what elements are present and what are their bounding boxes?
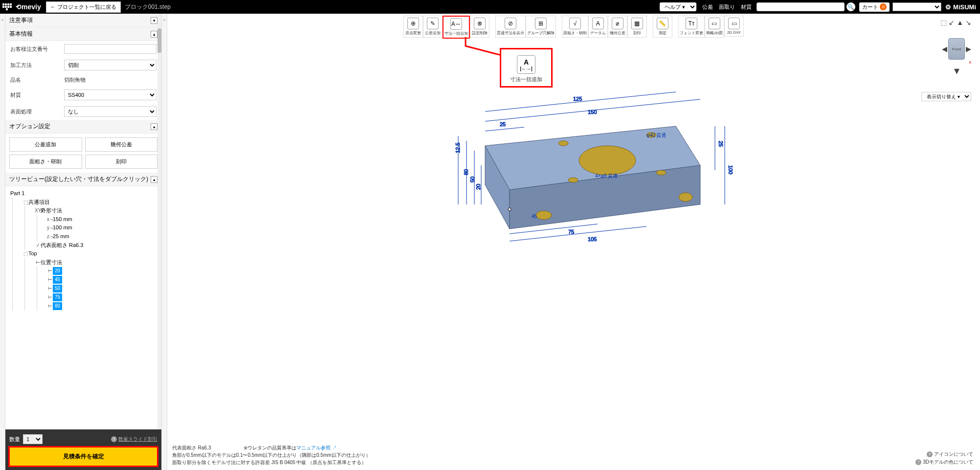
section-options[interactable]: オプション設定▴: [5, 120, 161, 134]
user-dropdown[interactable]: [892, 2, 941, 11]
help-icon[interactable]: ?: [927, 451, 933, 457]
confirm-quote-button[interactable]: 見積条件を確定: [10, 448, 157, 466]
order-no-input[interactable]: [64, 44, 156, 54]
view-switch-dropdown[interactable]: 表示切り替え ▾: [921, 92, 971, 101]
svg-text:80: 80: [463, 169, 469, 175]
3d-view-area[interactable]: ⊕原点変更✎公差追加A↔寸法一括追加⊗設定削除⊘貫通寸法非表示⊞グループ穴解除√…: [167, 14, 980, 470]
tree-dim[interactable]: 150 mm: [53, 216, 72, 222]
manual-link[interactable]: マニュアル参照 ↗: [296, 445, 337, 450]
tool-icon: A↔: [450, 18, 462, 30]
tool-label: グループ穴解除: [527, 30, 555, 36]
view-cube[interactable]: ◂Front▸ x ▾: [942, 38, 971, 77]
tool-icon: ⌀: [612, 18, 624, 29]
collapse-icon[interactable]: ▾: [151, 17, 157, 24]
tree-roughness[interactable]: 代表面粗さ Ra6.3: [41, 242, 83, 248]
tool-label: 寸法一括追加: [445, 31, 468, 36]
section-basic[interactable]: 基本情報▴: [5, 27, 161, 41]
material-select[interactable]: SS400: [64, 90, 156, 100]
tree-dim[interactable]: 100 mm: [53, 224, 72, 230]
back-to-projects-button[interactable]: ← プロジェクト一覧に戻る: [46, 1, 121, 13]
about-icons-link[interactable]: アイコンについて: [934, 451, 973, 457]
svg-text:150: 150: [588, 109, 597, 115]
tree-common[interactable]: 共通項目: [28, 199, 50, 205]
logo-text: meviy: [22, 3, 41, 11]
top-link-material[interactable]: 材質: [741, 3, 752, 11]
tool-貫通寸法非表示[interactable]: ⊘貫通寸法非表示: [495, 16, 526, 38]
tool-グループ穴解除[interactable]: ⊞グループ穴解除: [526, 16, 556, 38]
tree-posval[interactable]: 45: [53, 276, 62, 284]
opt-tolerance-button[interactable]: 公差追加: [9, 137, 82, 152]
opt-geom-tol-button[interactable]: 幾何公差: [85, 137, 158, 152]
tool-label: データム: [590, 30, 606, 36]
section-tree[interactable]: ツリービュー(設定したい穴・寸法をダブルクリック)▴: [5, 173, 161, 186]
svg-text:100: 100: [728, 165, 734, 174]
bottom-info: 代表面粗さ Ra6.3 ※ウレタンの品質基準はマニュアル参照 ↗ 角部が0.5m…: [172, 444, 371, 466]
help-icon[interactable]: ?: [915, 459, 921, 465]
tool-面粗さ・研削[interactable]: √面粗さ・研削: [562, 16, 588, 38]
tool-寸法一括追加[interactable]: A↔寸法一括追加: [443, 16, 470, 39]
tool-2D DXF[interactable]: ▭2D DXF: [724, 16, 744, 37]
tree-gaikei[interactable]: 外形寸法: [41, 207, 62, 213]
apps-icon[interactable]: [2, 2, 12, 12]
left-expander[interactable]: »: [0, 14, 5, 470]
tree-posval[interactable]: 80: [53, 302, 62, 310]
sidebar: 注意事項▾ 基本情報▴ お客様注文番号 加工方法切削 品名切削角物 材質SS40…: [5, 14, 162, 470]
search-input[interactable]: [757, 2, 845, 11]
tree-top[interactable]: Top: [28, 250, 37, 256]
section-notes[interactable]: 注意事項▾: [5, 14, 161, 27]
collapse-icon[interactable]: ▴: [151, 31, 157, 38]
svg-line-30: [510, 226, 646, 241]
cube-icon: ⬚: [22, 199, 28, 206]
xyz-icon: XYZ: [35, 207, 41, 215]
3d-model[interactable]: 125 150 25 12.5 80 50 20 25 100: [402, 87, 744, 292]
about-colors-link[interactable]: 3Dモデルの色について: [923, 459, 973, 465]
tool-icon: ▭: [728, 18, 740, 29]
search-icon[interactable]: 🔍: [846, 2, 855, 11]
collapse-icon[interactable]: ▴: [151, 176, 157, 183]
dim-z-icon: z↔: [47, 233, 53, 241]
svg-point-35: [508, 208, 511, 211]
rotation-triad[interactable]: ⬚ ↙ ▲ ↘: [940, 19, 971, 26]
tool-公差追加[interactable]: ✎公差追加: [423, 16, 443, 38]
tool-刻印[interactable]: ▦刻印: [627, 16, 647, 38]
top-bar: ⟲ meviy ← プロジェクト一覧に戻る ブロック001.step ヘルプ ▾…: [0, 0, 980, 14]
tree-dim[interactable]: 25 mm: [53, 233, 69, 239]
tool-データム[interactable]: Aデータム: [588, 16, 608, 38]
svg-text:4×φ8 貫通: 4×φ8 貫通: [595, 173, 618, 179]
pos-icon: ⊢: [35, 259, 41, 267]
svg-text:125: 125: [573, 96, 582, 102]
top-link-tolerance[interactable]: 公差: [702, 3, 713, 11]
qty-select[interactable]: 1: [23, 434, 43, 444]
tool-icon: ⊞: [535, 18, 547, 29]
tree-posval[interactable]: 20: [53, 267, 62, 275]
opt-engrave-button[interactable]: 刻印: [85, 155, 158, 169]
help-dropdown[interactable]: ヘルプ ▾: [660, 2, 696, 11]
scrollbar[interactable]: [157, 14, 161, 429]
tool-幾何公差[interactable]: ⌀幾何公差: [608, 16, 627, 38]
tree-posval[interactable]: 50: [53, 285, 62, 292]
tool-設定削除[interactable]: ⊗設定削除: [470, 16, 490, 38]
tool-icon: Tт: [686, 18, 697, 29]
method-select[interactable]: 切削: [64, 60, 156, 70]
tree-posval[interactable]: 75: [53, 293, 62, 301]
material-label: 材質: [10, 91, 64, 99]
tree-posdim[interactable]: 位置寸法: [41, 259, 62, 265]
cube-icon: ⬚: [22, 250, 28, 258]
tool-icon: √: [569, 18, 581, 29]
tool-簡略2D図[interactable]: ▭簡略2D図: [705, 16, 724, 38]
svg-text:45: 45: [532, 214, 537, 219]
mid-expander[interactable]: «: [162, 14, 167, 470]
callout-label: 寸法一括追加: [510, 76, 542, 83]
top-link-chamfer[interactable]: 面取り: [719, 3, 735, 11]
tool-測定[interactable]: 📏測定: [653, 16, 672, 38]
tool-原点変更[interactable]: ⊕原点変更: [403, 16, 423, 38]
surface-select[interactable]: なし: [64, 106, 156, 117]
qty-slide-discount-link[interactable]: ?数量スライド割引: [111, 436, 157, 443]
tree-root[interactable]: Part 1: [10, 189, 156, 198]
opt-roughness-button[interactable]: 面粗さ・研削: [9, 155, 82, 169]
tool-フォント変更[interactable]: Tтフォント変更: [678, 16, 705, 38]
svg-text:12.5: 12.5: [455, 143, 461, 153]
cart-button[interactable]: カート0: [859, 2, 890, 12]
collapse-icon[interactable]: ▴: [151, 123, 157, 130]
tool-label: 簡略2D図: [706, 30, 723, 36]
